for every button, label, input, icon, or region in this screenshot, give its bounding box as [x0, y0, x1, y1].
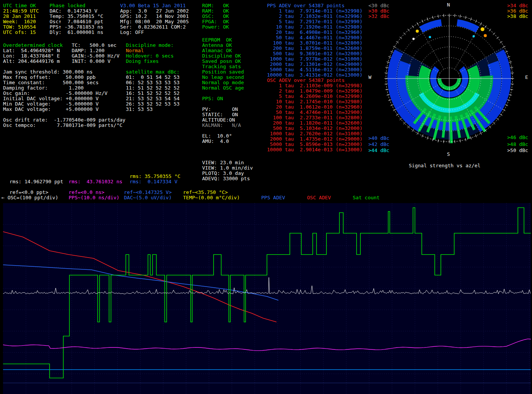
line: DAC: 0.147343 V [50, 8, 103, 14]
dbc-gt34: >34 dBc [507, 3, 528, 8]
line: UTC ofs: 15 [3, 30, 39, 35]
adev-row: 10000 tau 3.4131e-012 (n=13000) [267, 72, 362, 78]
status-line: Antenna OK [202, 43, 244, 48]
ref-pps: ref=<0.0 ns> [69, 190, 104, 195]
dbc-gt44: >44 dBc [368, 148, 389, 153]
ref-temp: ref~<35.750 °C> [183, 190, 228, 195]
dbc-gt48: >48 dBc [507, 142, 528, 147]
holdover-status: Holdover: 0 secs [126, 53, 174, 59]
dbc-lt30: <30 dBc [368, 3, 389, 8]
dbc-gt30: >30 dBc [368, 8, 389, 14]
line: Mfg: 08:00 20 May 2005 [120, 19, 189, 24]
line: Time constant: 500.000 secs [3, 80, 108, 85]
adev-row: 5000 tau 5.8596e-013 (n=23000) [267, 142, 362, 147]
sat-row: 16: 51 52 52 52 52 [126, 91, 180, 96]
version-header: V3.00 Beta 15 Jan 2011 [120, 3, 186, 8]
discipline-header: Discipline mode: [126, 43, 174, 48]
line: Ser: 0.82362611 COM:2 [120, 24, 189, 30]
adev-row: 20 tau 6.4908e-011 (n=32960) [267, 30, 362, 35]
line: Osc gain: -5.000000 Hz/V [3, 91, 108, 96]
line: Lon: 18.4337848° E [3, 53, 60, 59]
adev-row: 20 tau 1.0612e-010 (n=32960) [267, 104, 362, 110]
adev-row: 1 tau 7.9714e-011 (n=32998) [267, 8, 362, 14]
dbc-gt42: >42 dBc [368, 142, 389, 147]
sat-row: 01: 0 51 54 52 53 [126, 75, 180, 80]
adev-row: 2000 tau 1.4735e-012 (n=29000) [267, 136, 362, 142]
adev-row: 1 tau 2.1103e-009 (n=32998) [267, 83, 362, 88]
status-line: Discipline OK [202, 53, 244, 59]
line: Log: OFF [120, 30, 189, 35]
sat-dbc-header: satellite max dBc: [126, 69, 180, 75]
hw-status-list: ROM: OKRAM: OKOSC: OKFPGA: OKPower: OK [202, 3, 229, 30]
line: Alt: 204.46449176 m [3, 59, 60, 64]
line: Temp: 35.750015 °C [50, 14, 103, 19]
dbc-gt40: >40 dBc [368, 136, 389, 141]
compass-e: E [525, 75, 528, 80]
dbc-gt46: >46 dBc [507, 135, 528, 140]
legend-pps-adev: PPS ADEV [261, 195, 285, 200]
adev-row: 10 tau 2.1745e-010 (n=32980) [267, 99, 362, 104]
scale-dac: DAC~(5.0 uV/div) [124, 195, 172, 200]
line: App: 3.0 27 Jun 2002 [120, 8, 189, 14]
line: Osc tempco: 7.780171e-009 parts/°C [3, 123, 125, 128]
legend-sat-count: Sat count [353, 195, 379, 200]
line: GAIN:-5.000 Hz/V [72, 53, 119, 59]
line: 21:48:59 UTC [3, 8, 39, 14]
adev-row: 50 tau 4.4746e-011 (n=32900) [267, 110, 362, 115]
rms-dac: rms: 0.147334 V [130, 179, 177, 184]
line: Dly: 61.000001 ns [50, 30, 103, 35]
strip-chart[interactable] [3, 203, 531, 394]
rms-temp: rms: 35.750355 °C [130, 174, 180, 179]
pps-adev-header: PPS ADEV over 54387 points [267, 3, 345, 8]
status-line: EEPROM OK [202, 37, 244, 43]
line: PPS↑ -36.781853 ns [50, 24, 103, 30]
adev-row: 2 tau 1.0479e-009 (n=32996) [267, 88, 362, 94]
osc-drift: Osc drift rate: -1.770540e-009 parts/day… [3, 117, 125, 128]
adev-row: 10 tau 7.1920e-011 (n=32980) [267, 24, 362, 30]
sat-row: 06: 52 53 53 53 53 [126, 80, 180, 85]
legend-osc-adev: OSC ADEV [307, 195, 331, 200]
adev-row: 5 tau 7.2917e-011 (n=32990) [267, 19, 362, 24]
line: 28 Jan 2011 [3, 14, 39, 19]
flag-line: ALTITUDE:ON [202, 117, 238, 123]
line: INIT: 0.000 V [72, 59, 119, 64]
line: TC: 500.0 sec [72, 43, 119, 48]
line: RAM: OK [202, 8, 229, 14]
adev-row: 500 tau 5.1034e-012 (n=32000) [267, 126, 362, 131]
osc-adev-header: OSC ADEV over 54387 points [267, 78, 345, 83]
line: VIEW: 23.0 min [202, 160, 253, 165]
adev-row: 500 tau 9.3691e-012 (n=32000) [267, 51, 362, 56]
rms-osc: rms: 14.962790 ppt [10, 179, 63, 184]
line: FPGA: OK [202, 19, 229, 24]
adev-row: 1000 tau 2.7620e-012 (n=31000) [267, 131, 362, 136]
line: TOW: 510554 [3, 24, 39, 30]
line: OSC: OK [202, 14, 229, 19]
adev-row: 200 tau 1.1820e-011 (n=32600) [267, 120, 362, 126]
sat-row: 11: 51 52 52 52 52 [126, 85, 180, 91]
position-values: Lat: 54.4964928° NLon: 18.4337848° EAlt:… [3, 48, 60, 64]
dbc-gt38: >38 dBc [507, 14, 528, 19]
adev-row: 100 tau 3.0701e-011 (n=32800) [267, 40, 362, 46]
version-values: App: 3.0 27 Jun 2002GPS: 10.2 14 Nov 200… [120, 8, 189, 35]
osc-params: Jam sync threshold: 300.000 nsMax freq o… [3, 69, 108, 112]
line: Max freq offset: 50.000 ppb [3, 75, 108, 80]
adev-row: 10000 tau 2.9014e-013 (n=13000) [267, 147, 362, 152]
adev-row: 5 tau 4.2609e-010 (n=32990) [267, 94, 362, 99]
ref-dac: ref~<0.147325 V> [124, 190, 172, 195]
adev-row: 100 tau 2.2733e-011 (n=32800) [267, 115, 362, 120]
line: Min DAC voltage: -5.000000 V [3, 101, 108, 107]
line: VIEW: 1.0 min/div [202, 165, 253, 171]
view-settings: VIEW: 23.0 minVIEW: 1.0 min/divPLOTQ: 3.… [202, 160, 253, 181]
compass-s: S [447, 152, 450, 157]
adev-row: 2 tau 7.1032e-011 (n=32996) [267, 14, 362, 19]
dbc-gt50: >50 dBc [507, 148, 528, 153]
line: Damping factor: 1.200 [3, 85, 108, 91]
pps-adev-table: 1 tau 7.9714e-011 (n=32998) 2 tau 7.1032… [267, 8, 362, 78]
adev-row: 1000 tau 7.9778e-012 (n=31000) [267, 56, 362, 62]
status-line: Normal OSC age [202, 85, 244, 91]
line: Initial DAC voltage: +0.000000 V [3, 96, 108, 101]
flag-line: PV: ON [202, 107, 238, 112]
adev-row: 200 tau 1.8759e-011 (n=32600) [267, 46, 362, 51]
line: Week: 1620 [3, 19, 39, 24]
time-display: 21:48:59 UTC28 Jan 2011Week: 1620TOW: 51… [3, 8, 39, 35]
